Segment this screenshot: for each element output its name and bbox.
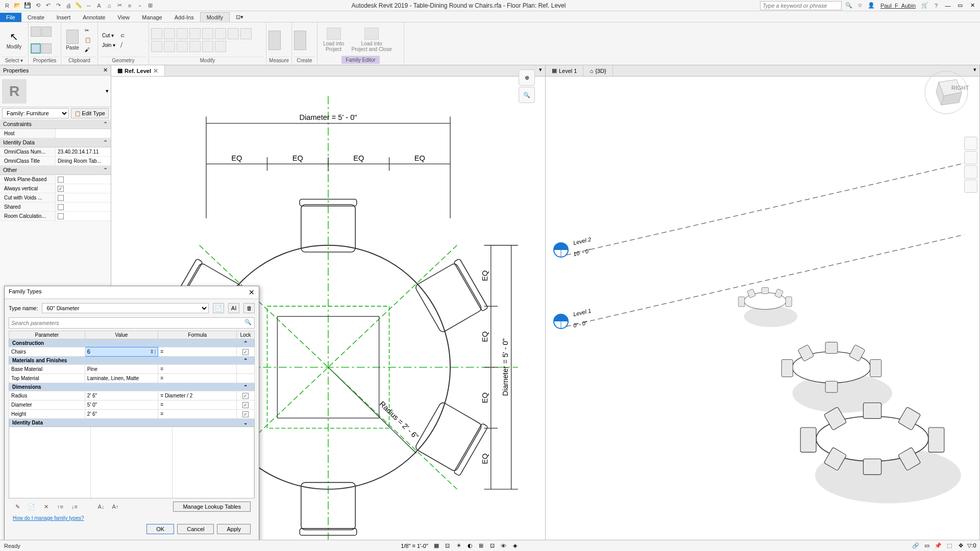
modify-param-icon[interactable]: 📄	[27, 502, 36, 511]
properties-icon[interactable]	[31, 27, 41, 37]
view-tab-level1[interactable]: ▦ Level 1	[546, 65, 583, 76]
group-other[interactable]: Other⌃	[0, 166, 111, 175]
mirror-draw-icon[interactable]	[189, 28, 201, 39]
detail-level-icon[interactable]: ▦	[432, 542, 440, 550]
tab-view[interactable]: View	[111, 13, 136, 22]
delete-param-icon[interactable]: ✕	[41, 502, 51, 511]
scale-icon[interactable]	[177, 41, 188, 52]
pin-icon[interactable]	[189, 41, 201, 52]
omnititle-value[interactable]: Dining Room Tab...	[55, 157, 111, 165]
load-project-close-button[interactable]: Load into Project and Close	[349, 24, 395, 55]
sun-path-icon[interactable]: ☀	[455, 542, 463, 550]
help-link[interactable]: How do I manage family types?	[9, 515, 88, 521]
tab-modify[interactable]: Modify	[200, 12, 230, 22]
dimension-icon[interactable]: ↔	[85, 2, 93, 10]
pan-icon[interactable]	[964, 151, 977, 164]
new-type-button[interactable]: 📄	[213, 303, 224, 313]
project-units-icon[interactable]	[41, 43, 52, 54]
apps-icon[interactable]: 🛒	[921, 2, 929, 10]
cutvoids-checkbox[interactable]	[58, 195, 64, 201]
type-name-dropdown[interactable]: 60" Diameter	[42, 303, 209, 313]
match-button[interactable]: 🖌	[83, 45, 93, 55]
orbit-icon[interactable]	[964, 180, 977, 193]
move-icon[interactable]	[202, 28, 213, 39]
view-3d[interactable]: ▦ Level 1 ⌂ {3D} ▾	[546, 65, 980, 551]
view-cube[interactable]: RIGHT	[923, 69, 969, 115]
sort-desc-icon[interactable]: A↑	[111, 502, 120, 511]
tab-file[interactable]: File	[0, 13, 21, 22]
help-icon[interactable]: ?	[932, 2, 940, 10]
save-icon[interactable]: 💾	[23, 2, 32, 10]
paste-button[interactable]: Paste	[63, 25, 82, 56]
chairs-lock-checkbox[interactable]	[242, 349, 249, 355]
split-elem-icon[interactable]	[151, 41, 162, 52]
minimize-button[interactable]: —	[943, 2, 952, 10]
cancel-button[interactable]: Cancel	[177, 524, 214, 534]
radius-lock-checkbox[interactable]	[242, 393, 249, 399]
search-parameters-input[interactable]	[9, 317, 255, 329]
shared-checkbox[interactable]	[58, 204, 64, 210]
ok-button[interactable]: OK	[146, 524, 174, 534]
user-name[interactable]: Paul_F_Aubin	[878, 3, 918, 9]
family-types-icon[interactable]	[31, 43, 41, 54]
offset-icon[interactable]	[164, 28, 175, 39]
manage-lookup-button[interactable]: Manage Lookup Tables	[173, 502, 251, 512]
tab-create[interactable]: Create	[21, 13, 51, 22]
omninum-value[interactable]: 23.40.20.14.17.11	[55, 147, 111, 156]
undo-icon[interactable]: ↶	[44, 2, 52, 10]
height-lock-checkbox[interactable]	[242, 411, 249, 417]
measure-icon[interactable]: 📏	[75, 2, 83, 10]
tab-annotate[interactable]: Annotate	[77, 13, 111, 22]
view-dropdown-icon[interactable]: ▾	[970, 65, 979, 76]
col-value[interactable]: Value	[85, 331, 158, 339]
restore-button[interactable]: ▭	[955, 2, 965, 10]
steering-wheel-icon[interactable]: ⊕	[519, 69, 535, 86]
moveup-icon[interactable]: ↑≡	[56, 502, 65, 511]
dialog-titlebar[interactable]: Family Types ✕	[5, 286, 259, 299]
view-3d-drawing[interactable]: Level 2 10' - 0" Level 1 0' - 0"	[546, 77, 979, 551]
trim-icon[interactable]	[240, 28, 252, 39]
close-views-icon[interactable]: ▫	[136, 2, 144, 10]
sync-icon[interactable]: ⟲	[34, 2, 42, 10]
sort-asc-icon[interactable]: A↓	[96, 502, 106, 511]
modify-button[interactable]: ↖ Modify	[2, 25, 26, 56]
view-tab-reflevel[interactable]: ▦ Ref. Level ✕	[111, 65, 165, 76]
delete-icon[interactable]	[215, 41, 226, 52]
view-tab-3d[interactable]: ⌂ {3D}	[583, 65, 612, 76]
group-materials[interactable]: Materials and Finishes	[9, 357, 237, 365]
tab-addins[interactable]: Add-Ins	[168, 13, 200, 22]
close-icon[interactable]: ✕	[153, 67, 158, 74]
array-icon[interactable]	[164, 41, 175, 52]
group-identity-data[interactable]: Identity Data	[9, 419, 237, 427]
view-scale[interactable]: 1/8" = 1'-0"	[397, 543, 432, 549]
workplane-checkbox[interactable]	[58, 177, 64, 183]
user-icon[interactable]: 👤	[867, 2, 875, 10]
new-param-icon[interactable]: ✎	[13, 502, 22, 511]
properties-close-icon[interactable]: ✕	[103, 67, 108, 73]
copy-button[interactable]: 📋	[83, 36, 93, 45]
view-dropdown-icon[interactable]: ▾	[536, 65, 545, 76]
align-icon[interactable]	[151, 28, 162, 39]
apply-button[interactable]: Apply	[217, 524, 251, 534]
search-icon[interactable]: 🔍	[845, 2, 853, 10]
chairs-value-cell[interactable]: 6 ⬍|	[85, 347, 158, 357]
select-face-icon[interactable]: ⬚	[945, 542, 953, 550]
preview-dropdown-icon[interactable]: ▾	[106, 88, 109, 94]
hide-icon[interactable]: 👁	[500, 542, 508, 550]
visual-style-icon[interactable]: ⊡	[444, 542, 452, 550]
print-icon[interactable]: 🖨	[64, 2, 72, 10]
signin-icon[interactable]: ☆	[856, 2, 864, 10]
measure-tool-icon[interactable]	[268, 31, 281, 50]
create-tool-icon[interactable]	[294, 31, 306, 50]
unpin-icon[interactable]	[202, 41, 213, 52]
thin-lines-icon[interactable]: ≡	[126, 2, 134, 10]
close-button[interactable]: ✕	[968, 2, 977, 10]
crop-region-icon[interactable]: ⊡	[488, 542, 497, 550]
cut-button[interactable]: ✂	[83, 26, 93, 35]
col-lock[interactable]: Lock	[237, 331, 255, 339]
delete-type-button[interactable]: 🗑	[243, 303, 255, 313]
select-links-icon[interactable]: 🔗	[912, 542, 920, 550]
search-icon[interactable]: 🔍	[244, 319, 252, 325]
tab-context-icon[interactable]: ⊡▾	[230, 12, 250, 22]
cope-button[interactable]: ⊂	[118, 31, 127, 40]
